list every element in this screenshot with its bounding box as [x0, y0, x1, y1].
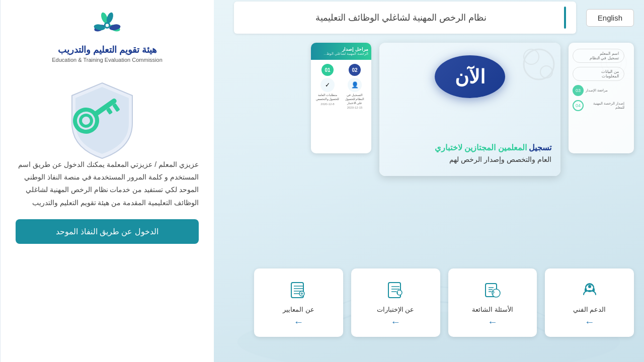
- slide-dots: [521, 47, 556, 84]
- card-faq[interactable]: ? الأسئلة الشائعة ←: [448, 268, 537, 337]
- logo-svg: [87, 10, 127, 40]
- svg-point-8: [524, 49, 554, 79]
- welcome-text: عزيزي المعلم / عزيزتي المعلمة يمكنك الدخ…: [16, 158, 199, 209]
- page-title-bar: نظام الرخص المهنية لشاغلي الوظائف التعلي…: [234, 2, 576, 34]
- partial-pill-2: من البياناتالمعلومات: [573, 67, 624, 81]
- slides-area: اسم المعلمتسجيل في النظام من البياناتالم…: [254, 43, 634, 176]
- slide-right: مراحل إصدار الرخصة المهنية لشاغلي الوظ..…: [311, 43, 371, 153]
- now-text: الآن: [455, 66, 486, 88]
- key-shield-illustration: [67, 73, 147, 153]
- slide-main[interactable]: الآن تسجيل المعلمين المجتازين لاختباري ا…: [379, 43, 560, 176]
- stage-num-01: 01: [321, 64, 334, 76]
- slide-line1: تسجيل المعلمين المجتازين لاختباري: [388, 143, 551, 152]
- card-exams[interactable]: ! عن الإختبارات ←: [351, 268, 440, 337]
- logo-text-arabic: هيئة تقويم التعليم والتدريب: [58, 44, 157, 55]
- slide-main-text: تسجيل المعلمين المجتازين لاختباري العام …: [388, 143, 551, 163]
- card-label-support: الدعم الفني: [573, 306, 606, 313]
- exams-icon: !: [383, 278, 408, 302]
- main-section: English نظام الرخص المهنية لشاغلي الوظائ…: [214, 0, 644, 362]
- stage-item-01: 01 ✓ متطلبات العامة للحصول والتخصص 2020-…: [315, 64, 340, 109]
- svg-text:?: ?: [492, 291, 495, 296]
- criteria-icon: [286, 278, 310, 302]
- stage-date-02: 2020-12-15: [347, 106, 363, 109]
- page-title: نظام الرخص المهنية لشاغلي الوظائف التعلي…: [244, 12, 558, 23]
- logo-text-english: Education & Training Evaluation Commissi…: [52, 57, 163, 63]
- step-03: مراجعة الإصدار 03: [573, 85, 624, 96]
- card-label-criteria: عن المعايير: [283, 306, 314, 313]
- stage-date-01: 2020-12-8: [320, 103, 334, 106]
- step-04: إصدار الرخصة المهنية للمعلم 04: [573, 100, 624, 111]
- card-label-exams: عن الإختبارات: [377, 306, 415, 313]
- card-arrow-exams: ←: [390, 316, 400, 328]
- english-button[interactable]: English: [586, 9, 634, 27]
- stage-icon-02: 👤: [348, 78, 362, 92]
- svg-text:!: !: [397, 292, 398, 295]
- card-label-faq: الأسئلة الشائعة: [472, 306, 513, 313]
- stage-num-02: 02: [349, 64, 361, 76]
- right-sidebar: هيئة تقويم التعليم والتدريب Education & …: [0, 0, 214, 362]
- card-criteria[interactable]: عن المعايير ←: [254, 268, 343, 337]
- stage-desc-01: متطلبات العامة للحصول والتخصص: [315, 94, 340, 102]
- slide-left-partial: اسم المعلمتسجيل في النظام من البياناتالم…: [569, 43, 634, 153]
- card-arrow-support: ←: [585, 316, 595, 328]
- stages-title: مراحل إصدار: [314, 47, 368, 52]
- card-arrow-criteria: ←: [293, 316, 303, 328]
- stage-icon-01: ✓: [320, 78, 335, 92]
- cards-row: الدعم الفني ← ? الأسئلة الشائعة ←: [254, 268, 634, 337]
- now-badge: الآن: [435, 55, 505, 98]
- support-icon: [578, 278, 602, 302]
- slide-line2: العام والتخصص وإصدار الرخص لهم: [388, 155, 551, 163]
- svg-rect-14: [593, 288, 595, 292]
- stage-desc-02: التسجيل في النظام للحصول على الاختبار: [343, 94, 367, 105]
- stage-items: 02 👤 التسجيل في النظام للحصول على الاختب…: [311, 60, 371, 113]
- login-button[interactable]: الدخول عن طريق النفاذ الموحد: [16, 219, 199, 244]
- svg-point-10: [540, 66, 552, 78]
- card-arrow-faq: ←: [488, 316, 498, 328]
- svg-point-12: [588, 285, 591, 288]
- card-technical-support[interactable]: الدعم الفني ←: [545, 268, 634, 337]
- slide-right-header: مراحل إصدار الرخصة المهنية لشاغلي الوظ..…: [311, 43, 371, 60]
- faq-icon: ?: [480, 278, 505, 302]
- title-accent: [564, 7, 566, 29]
- partial-pill-1: اسم المعلمتسجيل في النظام: [573, 49, 624, 63]
- stage-item-02: 02 👤 التسجيل في النظام للحصول على الاختب…: [343, 64, 367, 109]
- svg-rect-13: [585, 288, 587, 292]
- stages-subtitle: الرخصة المهنية لشاغلي الوظ...: [314, 52, 368, 56]
- svg-point-42: [106, 24, 109, 27]
- top-bar: English نظام الرخص المهنية لشاغلي الوظائ…: [214, 0, 644, 35]
- logo-area: هيئة تقويم التعليم والتدريب Education & …: [52, 10, 163, 63]
